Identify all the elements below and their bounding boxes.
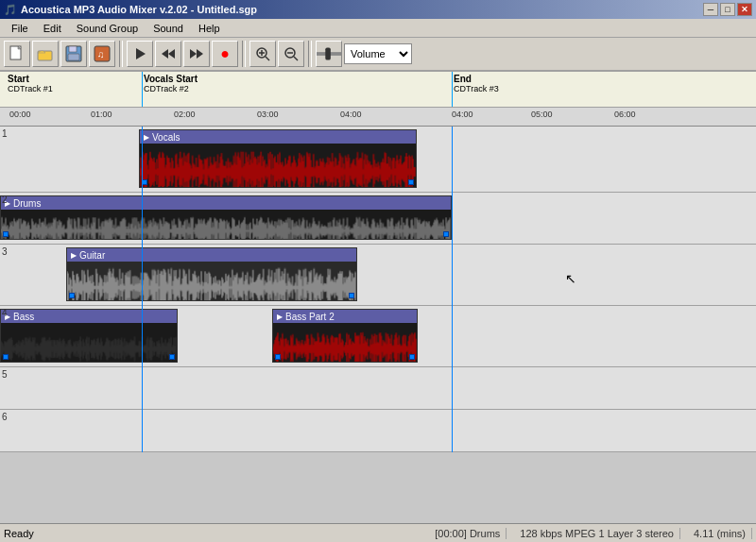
guitar-clip-title: ▶ Guitar [67, 248, 356, 262]
titlebar: 🎵 Acoustica MP3 Audio Mixer v.2.02 - Unt… [0, 0, 756, 19]
ruler-tick-3: 03:00 [255, 108, 279, 119]
drums-clip[interactable]: ▶ Drums [0, 195, 452, 240]
timeline-ruler: 00:00 01:00 02:00 03:00 04:00 04:00 05:0… [0, 108, 756, 127]
status-info: 128 kbps MPEG 1 Layer 3 stereo [514, 528, 680, 539]
track-row-5: 5 [0, 367, 756, 410]
bass-clip[interactable]: ▶ Bass [0, 309, 178, 363]
record-button[interactable]: ● [212, 41, 238, 67]
maximize-button[interactable]: □ [720, 3, 735, 16]
export-button[interactable]: ♫ [89, 41, 115, 67]
svg-marker-11 [197, 49, 203, 59]
close-button[interactable]: ✕ [737, 3, 752, 16]
titlebar-controls: ─ □ ✕ [703, 3, 752, 16]
bass-clip-title: ▶ Bass [1, 310, 177, 323]
separator-3 [308, 41, 312, 67]
rewind-button[interactable] [155, 41, 181, 67]
marker-vocals-line [142, 72, 143, 108]
new-button[interactable] [4, 41, 30, 67]
guitar-waveform [67, 262, 356, 301]
track-number-6: 6 [2, 412, 8, 422]
volume-slider-icon [316, 41, 342, 67]
ruler-tick-0: 00:00 [8, 108, 31, 119]
svg-rect-4 [68, 54, 79, 60]
guitar-clip[interactable]: ▶ Guitar [66, 247, 357, 301]
status-position: [00:00] Drums [429, 528, 507, 539]
bass-part2-waveform [273, 323, 417, 363]
guitar-handle-left[interactable] [69, 293, 75, 298]
drums-waveform [1, 210, 451, 240]
status-right: [00:00] Drums 128 kbps MPEG 1 Layer 3 st… [429, 528, 752, 539]
zoom-in-button[interactable] [249, 41, 276, 67]
marker-vocals-start: Vocals Start CDTrack #2 [144, 74, 198, 93]
track-row-6: 6 [0, 410, 756, 452]
menu-item-help[interactable]: Help [191, 21, 228, 36]
drums-handle-right[interactable] [443, 231, 449, 237]
bass-part2-clip[interactable]: ▶ Bass Part 2 [272, 309, 418, 363]
toolbar: ♫ ● Volume Pan Pitch [0, 38, 756, 72]
statusbar: Ready [00:00] Drums 128 kbps MPEG 1 Laye… [0, 523, 756, 542]
marker-bar: Start CDTrack #1 Vocals Start CDTrack #2… [0, 72, 756, 108]
svg-rect-20 [325, 48, 331, 60]
volume-select[interactable]: Volume Pan Pitch [345, 46, 411, 61]
open-button[interactable] [32, 41, 59, 67]
guitar-handle-right[interactable] [349, 293, 354, 298]
track-row-1: 1 ▶ Vocals [0, 127, 756, 193]
menubar: FileEditSound GroupSoundHelp [0, 19, 756, 38]
svg-marker-10 [190, 49, 197, 59]
vocals-waveform [140, 144, 416, 188]
volume-dropdown[interactable]: Volume Pan Pitch [344, 43, 412, 64]
tracks-scroll: 1 ▶ Vocals 2 ▶ [0, 127, 756, 452]
play-button[interactable] [127, 41, 153, 67]
bass-part2-label: Bass Part 2 [285, 312, 335, 322]
track-number-1: 1 [2, 128, 8, 139]
track-number-2: 2 [2, 195, 8, 205]
bass-waveform [1, 323, 177, 363]
svg-marker-8 [162, 49, 168, 59]
marker-start: Start CDTrack #1 [8, 74, 53, 93]
ruler-tick-7: 06:00 [612, 108, 636, 119]
minimize-button[interactable]: ─ [703, 3, 718, 16]
separator-2 [242, 41, 246, 67]
vocals-handle-right[interactable] [408, 179, 414, 185]
bass-handle-right[interactable] [169, 354, 175, 360]
svg-marker-9 [168, 49, 175, 59]
drums-label: Drums [13, 198, 41, 209]
ruler-tick-2: 02:00 [172, 108, 196, 119]
window-title: Acoustica MP3 Audio Mixer v.2.02 - Untit… [21, 4, 257, 15]
main-area: Start CDTrack #1 Vocals Start CDTrack #2… [0, 72, 756, 523]
menu-item-file[interactable]: File [4, 21, 36, 36]
track-number-5: 5 [2, 369, 8, 380]
menu-item-sound-group[interactable]: Sound Group [69, 21, 146, 36]
svg-line-13 [266, 57, 269, 60]
bass2-handle-left[interactable] [275, 354, 281, 360]
fast-forward-button[interactable] [183, 41, 210, 67]
track-row-4: 4 ▶ Bass ▶ Bass Part 2 [0, 306, 756, 367]
track-row-3: 3 ▶ Guitar ↖ [0, 245, 756, 306]
zoom-out-button[interactable] [278, 41, 304, 67]
svg-rect-3 [69, 46, 77, 52]
ruler-tick-5: 04:00 [450, 108, 473, 119]
status-duration: 4.11 (mins) [688, 528, 752, 539]
track-row-2: 2 ▶ Drums [0, 193, 756, 245]
drums-handle-left[interactable] [3, 231, 9, 237]
track-number-3: 3 [2, 246, 8, 257]
bass-part2-clip-title: ▶ Bass Part 2 [273, 310, 417, 323]
vocals-clip[interactable]: ▶ Vocals [139, 129, 417, 188]
bass2-handle-right[interactable] [409, 354, 415, 360]
vocals-clip-title: ▶ Vocals [140, 130, 416, 144]
app-icon: 🎵 [4, 4, 17, 16]
status-ready: Ready [4, 528, 429, 539]
tracks-container: 1 ▶ Vocals 2 ▶ [0, 127, 756, 523]
save-button[interactable] [60, 41, 87, 67]
bass-handle-left[interactable] [3, 354, 9, 360]
ruler-tick-4: 04:00 [338, 108, 362, 119]
titlebar-left: 🎵 Acoustica MP3 Audio Mixer v.2.02 - Unt… [4, 4, 257, 16]
separator-1 [119, 41, 123, 67]
svg-line-17 [294, 57, 298, 60]
menu-item-sound[interactable]: Sound [146, 21, 191, 36]
drums-clip-title: ▶ Drums [1, 196, 451, 210]
menu-item-edit[interactable]: Edit [36, 21, 69, 36]
vocals-handle-left[interactable] [142, 179, 147, 185]
ruler-tick-1: 01:00 [89, 108, 112, 119]
svg-marker-7 [136, 48, 146, 59]
